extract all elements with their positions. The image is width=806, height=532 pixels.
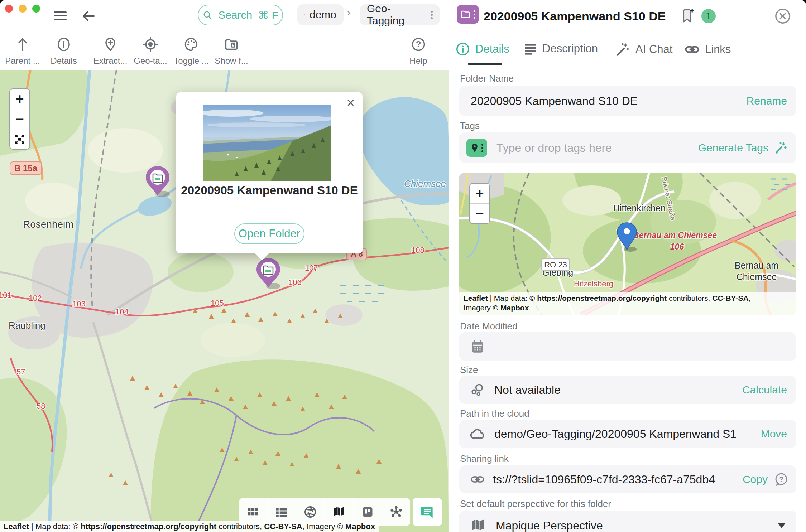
minimap-zoom-control: + −: [469, 183, 490, 224]
arrow-up-icon: [1, 35, 44, 54]
popup-close-icon[interactable]: ×: [347, 96, 355, 110]
sharing-field[interactable]: ts://?tslid=10965f09-c7fd-2333-fc67-a75d…: [459, 465, 796, 493]
map-icon: [332, 506, 345, 518]
tag-pin-chip[interactable]: [466, 139, 487, 157]
minimap-label-road-number: 106: [670, 242, 684, 251]
folder-name-value[interactable]: 20200905 Kampenwand S10 DE: [471, 95, 747, 108]
svg-text:107: 107: [305, 263, 318, 272]
tab-links[interactable]: Links: [684, 42, 731, 57]
zoom-out-button[interactable]: −: [10, 109, 29, 129]
calendar-icon: [470, 339, 485, 354]
city-label-rosenheim: Rosenheim: [23, 219, 74, 230]
help-icon: ?: [397, 35, 440, 54]
count-badge: 1: [701, 9, 716, 23]
folder-marker[interactable]: [146, 166, 170, 197]
sharing-help-icon[interactable]: ?: [774, 472, 788, 487]
pin-plus-icon: [89, 35, 132, 54]
info-icon: [455, 42, 470, 57]
panel-title: 20200905 Kampenwand S10 DE: [484, 9, 666, 23]
titlebar: Search ⌘ F demo › Geo-Tagging: [0, 0, 449, 32]
tag-chip-menu-icon: [481, 142, 483, 154]
move-button[interactable]: Move: [761, 428, 787, 440]
svg-text:58: 58: [37, 402, 45, 411]
folder-thumbnail[interactable]: [203, 105, 331, 181]
rename-button[interactable]: Rename: [747, 95, 787, 107]
toolbar-help-button[interactable]: ? Help: [397, 35, 440, 66]
minimap-zoom-in-button[interactable]: +: [470, 184, 489, 204]
traffic-light-zoom[interactable]: [32, 5, 40, 13]
breadcrumb-current[interactable]: Geo-Tagging: [360, 4, 440, 25]
perspective-value: Mapique Perspective: [496, 519, 778, 532]
fullscreen-button[interactable]: [10, 129, 29, 149]
minimap-attribution: Leaflet | Map data: © https://openstreet…: [459, 292, 796, 315]
minimap-attribution-link[interactable]: https://openstreetmap.org/copyright: [537, 294, 667, 302]
search-input[interactable]: Search ⌘ F: [198, 5, 283, 25]
generate-wand-icon[interactable]: [773, 141, 788, 155]
tags-placeholder: Type or drop tags here: [496, 141, 698, 155]
date-modified-label: Date Modified: [460, 321, 517, 332]
map-popup: ×: [176, 92, 363, 253]
folder-name-field[interactable]: 20200905 Kampenwand S10 DE Rename: [459, 86, 796, 116]
toolbar-extract-button[interactable]: Extract...: [89, 35, 132, 66]
date-modified-field[interactable]: [459, 332, 796, 361]
folder-icon: [460, 10, 470, 19]
text-lines-icon: [523, 42, 537, 56]
active-tab-indicator: [468, 63, 502, 65]
path-label: Path in the cloud: [460, 408, 529, 419]
copy-button[interactable]: Copy: [743, 473, 768, 485]
folder-marker[interactable]: [256, 258, 280, 289]
fullscreen-icon: [14, 134, 25, 145]
tab-details[interactable]: Details: [455, 42, 509, 57]
svg-text:106: 106: [288, 278, 302, 287]
location-pin-icon: [471, 143, 479, 153]
chat-button[interactable]: [413, 498, 442, 526]
toolbar-parent-button[interactable]: Parent ...: [1, 35, 44, 66]
kanban-icon: [361, 506, 374, 518]
chat-icon: [419, 504, 435, 520]
details-panel: 20200905 Kampenwand S10 DE 1 Details Des…: [449, 0, 806, 532]
path-value: demo/Geo-Tagging/20200905 Kampenwand S1: [494, 427, 757, 441]
toolbar-geotag-button[interactable]: Geo-ta...: [129, 35, 172, 66]
detail-minimap[interactable]: Hittenkirchen Giebing Bernau am Chiemsee…: [459, 173, 796, 315]
perspective-select[interactable]: Mapique Perspective: [459, 511, 796, 532]
breadcrumb-account[interactable]: demo: [297, 4, 344, 25]
breadcrumb-chevron: ›: [347, 6, 351, 19]
bookmark-plus-icon[interactable]: [680, 8, 695, 24]
svg-text:57: 57: [16, 367, 25, 376]
toolbar-showfiles-button[interactable]: Show f...: [210, 35, 253, 66]
attribution-link[interactable]: https://openstreetmap.org/copyright: [81, 522, 216, 531]
svg-text:108: 108: [411, 246, 424, 255]
svg-text:105: 105: [211, 299, 224, 308]
back-arrow-icon[interactable]: [80, 8, 97, 24]
size-value: Not available: [494, 383, 742, 397]
map-icon: [470, 518, 486, 532]
minimap-zoom-out-button[interactable]: −: [470, 204, 489, 223]
close-icon[interactable]: [774, 8, 791, 24]
tab-description[interactable]: Description: [523, 42, 598, 56]
menu-icon[interactable]: [54, 9, 67, 22]
toolbar-details-button[interactable]: Details: [42, 35, 85, 66]
traffic-light-close[interactable]: [5, 5, 13, 13]
folder-type-chip[interactable]: [457, 5, 479, 24]
size-icon: [470, 382, 485, 397]
city-label-raubling: Raubling: [9, 320, 45, 331]
tab-ai-chat[interactable]: AI Chat: [615, 42, 672, 57]
tags-field[interactable]: Type or drop tags here Generate Tags: [459, 132, 796, 163]
zoom-in-button[interactable]: +: [10, 89, 29, 109]
grid-icon: [246, 506, 259, 518]
calculate-button[interactable]: Calculate: [742, 384, 787, 396]
folder-file-icon: [210, 35, 253, 54]
view-graph-button[interactable]: [382, 498, 410, 526]
info-icon: [42, 35, 85, 54]
perspective-label: Set default perspective for this folder: [460, 498, 611, 509]
svg-text:?: ?: [779, 475, 783, 483]
path-field[interactable]: demo/Geo-Tagging/20200905 Kampenwand S1 …: [459, 420, 796, 448]
generate-tags-button[interactable]: Generate Tags: [698, 142, 768, 154]
toolbar-toggle-button[interactable]: Toggle ...: [170, 35, 213, 66]
breadcrumb-menu-icon[interactable]: [431, 9, 433, 20]
traffic-light-minimize[interactable]: [19, 5, 27, 13]
link-icon: [470, 472, 485, 487]
open-folder-button[interactable]: Open Folder: [234, 223, 304, 244]
main-map[interactable]: Rosenheim Raubling Chiemsee 101 102 103 …: [0, 70, 449, 532]
tags-label: Tags: [460, 120, 480, 131]
